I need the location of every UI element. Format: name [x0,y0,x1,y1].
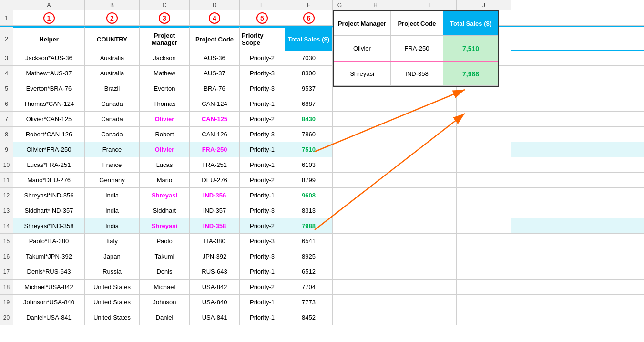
col-header-c[interactable]: C [140,0,190,10]
cell-4d: AUS-37 [190,66,240,81]
row-15: 15 Paolo*ITA-380 Italy Paolo ITA-380 Pri… [0,234,644,249]
cell-8i [404,127,457,142]
row-4: 4 Mathew*AUS-37 Australia Mathew AUS-37 … [0,66,644,81]
cell-3b: Australia [85,51,140,65]
cell-11i [404,173,457,187]
header-ps: Priority Scope [240,27,285,52]
right-header-pm: Project Manager [334,11,391,35]
cell-3c: Jackson [140,51,190,65]
cell-15g [333,234,347,249]
cell-18f: 7704 [285,280,333,294]
cell-6c: Thomas [140,96,190,111]
header-ts: Total Sales ($) [285,27,333,52]
header-ps-text: Priority Scope [242,32,283,46]
cell-1c: 3 [140,10,190,25]
corner-cell [0,0,13,10]
cell-18d: USA-842 [190,280,240,294]
right-cell-3j: 7,510 [443,36,498,61]
cell-10a: Lucas*FRA-251 [13,157,85,172]
header-helper: Helper [13,27,85,52]
cell-19e: Priority-1 [240,295,285,310]
col-header-f[interactable]: F [285,0,333,10]
cell-10j [457,157,511,172]
row-2: 2 Helper COUNTRY Project Manager Project… [0,26,644,51]
right-cell-3i: FRA-250 [391,36,443,61]
cell-20d: USA-841 [190,310,240,325]
cell-8f: 7860 [285,127,333,142]
col-header-h[interactable]: H [347,0,404,10]
col-header-j[interactable]: J [457,0,511,10]
cell-15d: ITA-380 [190,234,240,249]
cell-18e: Priority-2 [240,280,285,294]
cell-18g [333,280,347,294]
cell-7a: Olivier*CAN-125 [13,112,85,126]
cell-7f: 8430 [285,112,333,126]
row-9: 9 Olivier*FRA-250 France Olivier FRA-250… [0,142,644,157]
cell-9b: France [85,142,140,157]
cell-5a: Everton*BRA-76 [13,81,85,96]
cell-12j [457,188,511,203]
cell-19b: United States [85,295,140,310]
rownum-11: 11 [0,173,13,187]
cell-18c: Michael [140,280,190,294]
right-table-row4: Shreyasi IND-358 7,988 [334,61,498,86]
cell-16f: 8925 [285,249,333,264]
cell-10c: Lucas [140,157,190,172]
cell-11d: DEU-276 [190,173,240,187]
col-header-e[interactable]: E [240,0,285,10]
cell-13f: 8313 [285,203,333,218]
circle-5: 5 [256,12,268,24]
row-6: 6 Thomas*CAN-124 Canada Thomas CAN-124 P… [0,96,644,112]
cell-5d: BRA-76 [190,81,240,96]
right-table-header: Project Manager Project Code Total Sales… [334,11,498,36]
cell-13a: Siddhart*IND-357 [13,203,85,218]
cell-1b: 2 [85,10,140,25]
cell-15b: Italy [85,234,140,249]
col-header-d[interactable]: D [190,0,240,10]
col-header-a[interactable]: A [13,0,85,10]
col-header-i[interactable]: I [404,0,457,10]
circle-2: 2 [106,12,118,24]
cell-19i [404,295,457,310]
header-pc: Project Code [190,27,240,52]
rownum-12: 12 [0,188,13,203]
rownum-18: 18 [0,280,13,294]
rownum-6: 6 [0,96,13,111]
cell-20f: 8452 [285,310,333,325]
cell-11b: Germany [85,173,140,187]
cell-15h [347,234,404,249]
cell-9e: Priority-1 [240,142,285,157]
cell-14f: 7988 [285,218,333,233]
rownum-13: 13 [0,203,13,218]
circle-3: 3 [159,12,170,24]
cell-13g [333,203,347,218]
cell-7h [347,112,404,126]
cell-12c: Shreyasi [140,188,190,203]
cell-8d: CAN-126 [190,127,240,142]
cell-12a: Shreyasi*IND-356 [13,188,85,203]
rownum-1: 1 [0,10,13,25]
row-10: 10 Lucas*FRA-251 France Lucas FRA-251 Pr… [0,157,644,173]
cell-3f: 7030 [285,51,333,65]
cell-20e: Priority-1 [240,310,285,325]
cell-4a: Mathew*AUS-37 [13,66,85,81]
cell-17j [457,264,511,279]
right-table-row3: Olivier FRA-250 7,510 [334,36,498,61]
cell-12h [347,188,404,203]
cell-17a: Denis*RUS-643 [13,264,85,279]
col-header-b[interactable]: B [85,0,140,10]
cell-15a: Paolo*ITA-380 [13,234,85,249]
rownum-17: 17 [0,264,13,279]
cell-13j [457,203,511,218]
rownum-3: 3 [0,51,13,65]
cell-8e: Priority-3 [240,127,285,142]
cell-15e: Priority-3 [240,234,285,249]
rownum-9: 9 [0,142,13,157]
cell-11f: 8799 [285,173,333,187]
cell-8b: Canada [85,127,140,142]
rownum-10: 10 [0,157,13,172]
cell-4e: Priority-3 [240,66,285,81]
col-header-g[interactable]: G [333,0,347,10]
cell-7d: CAN-125 [190,112,240,126]
rownum-20: 20 [0,310,13,325]
